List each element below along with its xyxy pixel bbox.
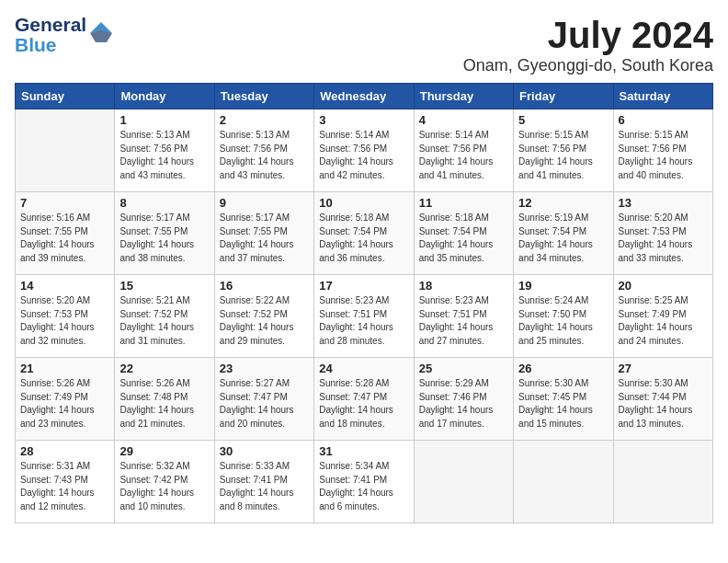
calendar-cell: 16Sunrise: 5:22 AM Sunset: 7:52 PM Dayli… bbox=[214, 275, 313, 358]
calendar-cell: 15Sunrise: 5:21 AM Sunset: 7:52 PM Dayli… bbox=[115, 275, 214, 358]
day-info: Sunrise: 5:14 AM Sunset: 7:56 PM Dayligh… bbox=[319, 129, 408, 182]
calendar-cell bbox=[613, 441, 712, 523]
day-number: 17 bbox=[319, 279, 408, 293]
day-info: Sunrise: 5:16 AM Sunset: 7:55 PM Dayligh… bbox=[20, 212, 109, 265]
day-info: Sunrise: 5:30 AM Sunset: 7:45 PM Dayligh… bbox=[518, 377, 608, 431]
day-info: Sunrise: 5:28 AM Sunset: 7:47 PM Dayligh… bbox=[319, 377, 408, 431]
weekday-header: Thursday bbox=[414, 84, 513, 109]
day-info: Sunrise: 5:31 AM Sunset: 7:43 PM Dayligh… bbox=[20, 460, 109, 513]
calendar-table: SundayMondayTuesdayWednesdayThursdayFrid… bbox=[15, 83, 713, 523]
calendar-cell: 28Sunrise: 5:31 AM Sunset: 7:43 PM Dayli… bbox=[16, 441, 115, 523]
day-info: Sunrise: 5:29 AM Sunset: 7:46 PM Dayligh… bbox=[419, 377, 508, 431]
day-info: Sunrise: 5:15 AM Sunset: 7:56 PM Dayligh… bbox=[518, 129, 608, 182]
day-info: Sunrise: 5:14 AM Sunset: 7:56 PM Dayligh… bbox=[419, 129, 508, 182]
day-info: Sunrise: 5:25 AM Sunset: 7:49 PM Dayligh… bbox=[619, 294, 708, 348]
weekday-header: Friday bbox=[514, 84, 613, 109]
day-number: 29 bbox=[119, 444, 209, 458]
calendar-cell: 20Sunrise: 5:25 AM Sunset: 7:49 PM Dayli… bbox=[613, 275, 712, 358]
day-number: 14 bbox=[20, 279, 109, 293]
calendar-cell: 10Sunrise: 5:18 AM Sunset: 7:54 PM Dayli… bbox=[314, 192, 414, 275]
day-info: Sunrise: 5:17 AM Sunset: 7:55 PM Dayligh… bbox=[220, 212, 309, 265]
weekday-header: Sunday bbox=[16, 84, 115, 109]
calendar-cell: 17Sunrise: 5:23 AM Sunset: 7:51 PM Dayli… bbox=[314, 275, 414, 358]
day-info: Sunrise: 5:13 AM Sunset: 7:56 PM Dayligh… bbox=[119, 129, 209, 182]
calendar-cell: 11Sunrise: 5:18 AM Sunset: 7:54 PM Dayli… bbox=[414, 192, 513, 275]
day-number: 9 bbox=[220, 196, 309, 210]
calendar-week-row: 7Sunrise: 5:16 AM Sunset: 7:55 PM Daylig… bbox=[16, 192, 713, 275]
weekday-header: Tuesday bbox=[214, 84, 313, 109]
day-info: Sunrise: 5:23 AM Sunset: 7:51 PM Dayligh… bbox=[419, 294, 508, 348]
day-number: 16 bbox=[220, 279, 309, 293]
calendar-cell: 6Sunrise: 5:15 AM Sunset: 7:56 PM Daylig… bbox=[613, 109, 712, 192]
header: General Blue July 2024 Onam, Gyeonggi-do… bbox=[15, 15, 713, 75]
day-number: 28 bbox=[20, 444, 109, 458]
calendar-cell: 2Sunrise: 5:13 AM Sunset: 7:56 PM Daylig… bbox=[214, 109, 313, 192]
day-number: 7 bbox=[20, 196, 109, 210]
calendar-cell bbox=[414, 441, 513, 523]
day-number: 20 bbox=[619, 279, 708, 293]
day-number: 13 bbox=[619, 196, 708, 210]
calendar-cell: 9Sunrise: 5:17 AM Sunset: 7:55 PM Daylig… bbox=[214, 192, 313, 275]
calendar-week-row: 14Sunrise: 5:20 AM Sunset: 7:53 PM Dayli… bbox=[16, 275, 713, 358]
calendar-cell: 29Sunrise: 5:32 AM Sunset: 7:42 PM Dayli… bbox=[115, 441, 214, 523]
day-info: Sunrise: 5:23 AM Sunset: 7:51 PM Dayligh… bbox=[319, 294, 408, 348]
calendar-cell bbox=[16, 109, 115, 192]
day-number: 3 bbox=[319, 113, 408, 127]
logo-blue: Blue bbox=[15, 35, 86, 55]
day-number: 24 bbox=[319, 362, 408, 375]
calendar-cell: 4Sunrise: 5:14 AM Sunset: 7:56 PM Daylig… bbox=[414, 109, 513, 192]
day-number: 11 bbox=[419, 196, 508, 210]
day-info: Sunrise: 5:13 AM Sunset: 7:56 PM Dayligh… bbox=[220, 129, 309, 182]
title-area: July 2024 Onam, Gyeonggi-do, South Korea bbox=[463, 15, 713, 75]
day-number: 6 bbox=[619, 113, 708, 127]
calendar-cell: 30Sunrise: 5:33 AM Sunset: 7:41 PM Dayli… bbox=[214, 441, 313, 523]
calendar-cell: 22Sunrise: 5:26 AM Sunset: 7:48 PM Dayli… bbox=[115, 358, 214, 441]
day-number: 26 bbox=[518, 362, 608, 375]
day-info: Sunrise: 5:17 AM Sunset: 7:55 PM Dayligh… bbox=[119, 212, 209, 265]
calendar-cell: 3Sunrise: 5:14 AM Sunset: 7:56 PM Daylig… bbox=[314, 109, 414, 192]
day-info: Sunrise: 5:27 AM Sunset: 7:47 PM Dayligh… bbox=[220, 377, 309, 431]
calendar-cell: 5Sunrise: 5:15 AM Sunset: 7:56 PM Daylig… bbox=[514, 109, 613, 192]
location-title: Onam, Gyeonggi-do, South Korea bbox=[463, 56, 713, 75]
logo: General Blue bbox=[15, 15, 114, 55]
calendar-cell bbox=[514, 441, 613, 523]
calendar-week-row: 1Sunrise: 5:13 AM Sunset: 7:56 PM Daylig… bbox=[16, 109, 713, 192]
calendar-cell: 8Sunrise: 5:17 AM Sunset: 7:55 PM Daylig… bbox=[115, 192, 214, 275]
day-info: Sunrise: 5:24 AM Sunset: 7:50 PM Dayligh… bbox=[518, 294, 608, 348]
calendar-cell: 18Sunrise: 5:23 AM Sunset: 7:51 PM Dayli… bbox=[414, 275, 513, 358]
calendar-cell: 1Sunrise: 5:13 AM Sunset: 7:56 PM Daylig… bbox=[115, 109, 214, 192]
day-info: Sunrise: 5:22 AM Sunset: 7:52 PM Dayligh… bbox=[220, 294, 309, 348]
day-info: Sunrise: 5:33 AM Sunset: 7:41 PM Dayligh… bbox=[220, 460, 309, 513]
day-number: 19 bbox=[518, 279, 608, 293]
day-number: 8 bbox=[119, 196, 209, 210]
day-number: 21 bbox=[20, 362, 109, 375]
day-info: Sunrise: 5:15 AM Sunset: 7:56 PM Dayligh… bbox=[619, 129, 708, 182]
day-number: 2 bbox=[220, 113, 309, 127]
calendar-cell: 25Sunrise: 5:29 AM Sunset: 7:46 PM Dayli… bbox=[414, 358, 513, 441]
calendar-cell: 7Sunrise: 5:16 AM Sunset: 7:55 PM Daylig… bbox=[16, 192, 115, 275]
day-number: 4 bbox=[419, 113, 508, 127]
calendar-cell: 19Sunrise: 5:24 AM Sunset: 7:50 PM Dayli… bbox=[514, 275, 613, 358]
day-number: 15 bbox=[119, 279, 209, 293]
day-number: 27 bbox=[619, 362, 708, 375]
day-info: Sunrise: 5:18 AM Sunset: 7:54 PM Dayligh… bbox=[419, 212, 508, 265]
day-number: 10 bbox=[319, 196, 408, 210]
day-info: Sunrise: 5:20 AM Sunset: 7:53 PM Dayligh… bbox=[20, 294, 109, 348]
day-number: 25 bbox=[419, 362, 508, 375]
logo-icon bbox=[88, 20, 114, 46]
weekday-header: Wednesday bbox=[314, 84, 414, 109]
calendar-cell: 26Sunrise: 5:30 AM Sunset: 7:45 PM Dayli… bbox=[514, 358, 613, 441]
weekday-header: Monday bbox=[115, 84, 214, 109]
day-info: Sunrise: 5:26 AM Sunset: 7:49 PM Dayligh… bbox=[20, 377, 109, 431]
day-number: 23 bbox=[220, 362, 309, 375]
calendar-cell: 13Sunrise: 5:20 AM Sunset: 7:53 PM Dayli… bbox=[613, 192, 712, 275]
day-info: Sunrise: 5:20 AM Sunset: 7:53 PM Dayligh… bbox=[619, 212, 708, 265]
day-info: Sunrise: 5:26 AM Sunset: 7:48 PM Dayligh… bbox=[119, 377, 209, 431]
calendar-cell: 27Sunrise: 5:30 AM Sunset: 7:44 PM Dayli… bbox=[613, 358, 712, 441]
calendar-cell: 12Sunrise: 5:19 AM Sunset: 7:54 PM Dayli… bbox=[514, 192, 613, 275]
weekday-header: Saturday bbox=[613, 84, 712, 109]
day-info: Sunrise: 5:19 AM Sunset: 7:54 PM Dayligh… bbox=[518, 212, 608, 265]
day-info: Sunrise: 5:21 AM Sunset: 7:52 PM Dayligh… bbox=[119, 294, 209, 348]
day-number: 18 bbox=[419, 279, 508, 293]
calendar-week-row: 28Sunrise: 5:31 AM Sunset: 7:43 PM Dayli… bbox=[16, 441, 713, 523]
